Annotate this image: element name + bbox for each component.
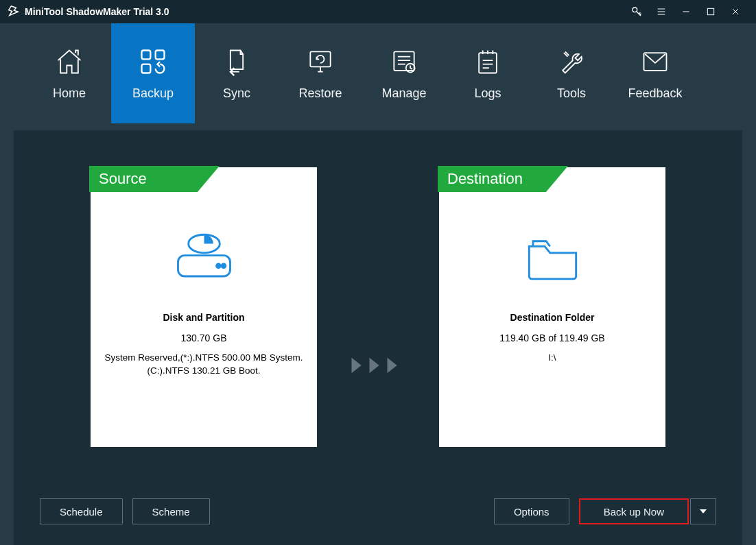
transfer-arrows-icon (351, 354, 405, 377)
nav-label: Home (53, 86, 86, 101)
svg-point-11 (216, 263, 220, 267)
app-logo-icon (7, 5, 19, 18)
source-header: Source (89, 166, 220, 192)
main-nav: Home Backup Sync Restor (0, 23, 756, 123)
manage-icon (389, 47, 419, 77)
logs-icon (473, 47, 503, 77)
svg-point-12 (222, 263, 226, 267)
nav-label: Manage (381, 86, 426, 101)
nav-label: Restore (298, 86, 342, 101)
minimize-icon[interactable] (674, 0, 698, 23)
destination-title: Destination Folder (446, 311, 659, 325)
home-icon (54, 47, 84, 77)
disk-icon (91, 208, 317, 304)
content-panel: Source Disk and Partition 130.70 GB Syst… (14, 130, 742, 545)
svg-rect-5 (310, 51, 330, 66)
svg-rect-1 (707, 8, 713, 14)
source-detail1: System Reserved,(*:).NTFS 500.00 MB Syst… (97, 352, 310, 365)
backup-now-button[interactable]: Back up Now (579, 498, 689, 524)
nav-backup[interactable]: Backup (111, 23, 195, 123)
menu-icon[interactable] (649, 0, 674, 23)
options-button[interactable]: Options (494, 498, 569, 524)
maximize-icon[interactable] (698, 0, 723, 23)
destination-header: Destination (438, 166, 568, 192)
backup-icon (138, 47, 168, 77)
nav-label: Feedback (628, 86, 682, 101)
nav-label: Tools (557, 86, 586, 101)
nav-logs[interactable]: Logs (446, 23, 530, 123)
svg-rect-8 (479, 53, 497, 73)
close-icon[interactable] (723, 0, 748, 23)
license-key-icon[interactable] (624, 0, 649, 23)
restore-icon (305, 47, 335, 77)
nav-restore[interactable]: Restore (279, 23, 362, 123)
title-bar: MiniTool ShadowMaker Trial 3.0 (0, 0, 756, 23)
svg-rect-4 (142, 64, 151, 73)
source-size: 130.70 GB (97, 332, 310, 346)
folder-icon (439, 208, 665, 304)
source-detail2: (C:).NTFS 130.21 GB Boot. (97, 365, 310, 378)
destination-size: 119.40 GB of 119.49 GB (446, 332, 659, 346)
svg-rect-3 (156, 50, 165, 59)
nav-feedback[interactable]: Feedback (613, 23, 697, 123)
nav-label: Backup (132, 86, 174, 101)
nav-manage[interactable]: Manage (362, 23, 446, 123)
destination-panel[interactable]: Destination Destination Folder 119.40 GB… (439, 167, 665, 447)
nav-tools[interactable]: Tools (530, 23, 613, 123)
app-title: MiniTool ShadowMaker Trial 3.0 (25, 6, 169, 17)
footer-bar: Schedule Scheme Options Back up Now (40, 498, 716, 524)
destination-path: I:\ (446, 352, 659, 365)
tools-icon (556, 47, 587, 77)
svg-rect-2 (142, 50, 151, 59)
scheme-button[interactable]: Scheme (132, 498, 210, 524)
sync-icon (222, 47, 252, 77)
source-panel[interactable]: Source Disk and Partition 130.70 GB Syst… (91, 167, 317, 447)
caret-down-icon (699, 506, 707, 518)
schedule-button[interactable]: Schedule (40, 498, 123, 524)
nav-home[interactable]: Home (27, 23, 111, 123)
source-title: Disk and Partition (97, 311, 310, 325)
backup-now-dropdown[interactable] (690, 498, 716, 524)
nav-label: Logs (474, 86, 501, 101)
nav-label: Sync (223, 86, 250, 101)
feedback-icon (640, 47, 670, 77)
svg-point-0 (633, 8, 637, 12)
nav-sync[interactable]: Sync (195, 23, 279, 123)
